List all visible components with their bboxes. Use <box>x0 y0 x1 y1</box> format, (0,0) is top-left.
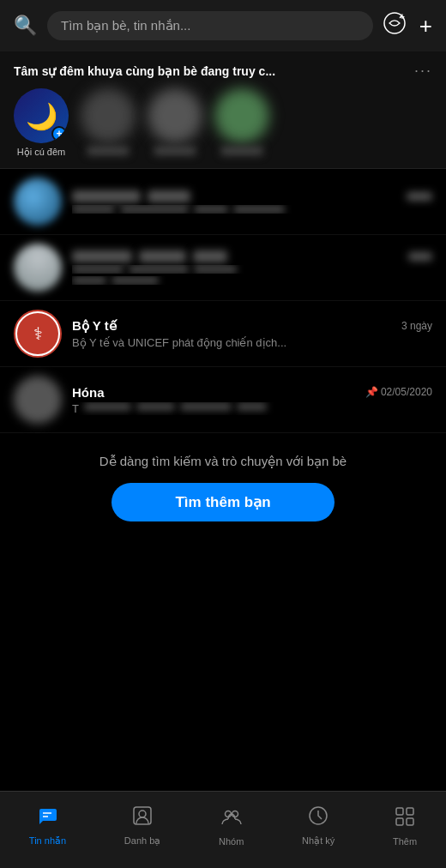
more-icon <box>394 805 416 833</box>
chat-avatar-hona <box>14 376 62 424</box>
chat-list: ⚕ Bộ Y tế 3 ngày Bộ Y tế và UNICEF phát … <box>0 169 446 433</box>
find-friends-text: Dễ dàng tìm kiếm và trò chuyện với bạn b… <box>99 454 347 469</box>
time-blur-1 <box>407 192 432 201</box>
find-friends-button[interactable]: Tìm thêm bạn <box>112 483 334 521</box>
story-add-badge: + <box>51 126 67 142</box>
story-item-1[interactable] <box>81 88 136 155</box>
story-label-blurred-2 <box>154 147 196 155</box>
search-icon[interactable]: 🔍 <box>14 15 37 37</box>
preview-blur-1b <box>120 205 189 214</box>
stories-more-icon[interactable]: ··· <box>414 62 432 80</box>
preview-blur-2c <box>194 265 237 274</box>
name-blur-1 <box>72 190 141 202</box>
chat-avatar-2 <box>14 244 62 292</box>
name-blur-1b <box>148 190 190 202</box>
header: 🔍 Tìm bạn bè, tin nhắn... + + <box>0 0 446 51</box>
story-item-3[interactable] <box>214 88 269 155</box>
story-label-blurred-1 <box>87 147 130 155</box>
nav-label-more: Thêm <box>393 836 417 847</box>
black-fill <box>0 542 446 645</box>
preview-blur-1d <box>233 205 285 214</box>
chat-item-1[interactable] <box>0 169 446 235</box>
preview-blur-1a <box>72 205 115 214</box>
chat-top-2 <box>72 250 432 262</box>
name-blur-2c <box>193 250 227 262</box>
chat-avatar-1 <box>14 178 62 226</box>
new-message-icon[interactable]: + <box>383 12 406 39</box>
nav-label-diary: Nhật ký <box>302 835 334 847</box>
name-blur-2b <box>139 250 186 262</box>
chat-name-hona: Hóna <box>72 385 105 400</box>
chat-name-ministry: Bộ Y tế <box>72 318 117 334</box>
nav-item-more[interactable]: Thêm <box>383 800 427 852</box>
groups-icon <box>220 805 243 833</box>
chat-info-ministry: Bộ Y tế 3 ngày Bộ Y tế và UNICEF phát độ… <box>72 318 432 349</box>
hona-preview-blur-3 <box>180 402 232 411</box>
nav-item-messages[interactable]: Tin nhắn <box>19 799 76 852</box>
preview-blur-2d <box>72 276 106 285</box>
nav-label-messages: Tin nhắn <box>29 835 66 847</box>
contacts-icon <box>131 805 154 832</box>
stories-list: 🌙 + Hội cú đêm <box>14 88 432 158</box>
hona-preview-blur-1 <box>84 402 131 411</box>
svg-rect-11 <box>407 808 413 815</box>
chat-name-blurred-2 <box>72 250 227 262</box>
story-avatar-blurred-2 <box>148 88 202 143</box>
chat-name-blurred-1 <box>72 190 190 202</box>
chat-item-hona[interactable]: Hóna 📌 02/05/2020 T <box>0 367 446 433</box>
search-input[interactable]: Tìm bạn bè, tin nhắn... <box>47 11 373 40</box>
preview-blur-1c <box>194 205 228 214</box>
header-actions: + + <box>383 12 432 39</box>
chat-info-hona: Hóna 📌 02/05/2020 T <box>72 385 432 415</box>
find-friends-section: Dễ dàng tìm kiếm và trò chuyện với bạn b… <box>0 433 446 542</box>
preview-blur-2b <box>129 265 189 274</box>
name-blur-2 <box>72 250 132 262</box>
nav-label-groups: Nhóm <box>219 836 244 847</box>
chat-item-2[interactable] <box>0 235 446 301</box>
story-avatar-blurred-1 <box>81 88 136 143</box>
preview-blur-2e <box>112 276 159 285</box>
chat-time-ministry: 3 ngày <box>401 320 432 332</box>
stories-title: Tâm sự đêm khuya cùng bạn bè đang truy c… <box>14 64 275 78</box>
ministry-emblem: ⚕ <box>17 313 58 354</box>
chat-preview-1 <box>72 205 432 214</box>
chat-preview-ministry: Bộ Y tế và UNICEF phát động chiến dịch..… <box>72 336 432 349</box>
svg-rect-12 <box>396 818 403 825</box>
hona-preview-blur-2 <box>136 402 175 411</box>
stories-label: Tâm sự đêm khuya cùng bạn bè đang truy c… <box>14 62 432 80</box>
moon-icon: 🌙 <box>26 101 57 131</box>
chat-top-hona: Hóna 📌 02/05/2020 <box>72 385 432 400</box>
chat-avatar-ministry: ⚕ <box>14 310 62 358</box>
chat-preview-2b <box>72 276 432 285</box>
svg-text:+: + <box>400 12 405 21</box>
bottom-nav: Tin nhắn Danh bạ Nhóm <box>0 791 446 868</box>
chat-preview-2 <box>72 265 432 274</box>
chat-top-ministry: Bộ Y tế 3 ngày <box>72 318 432 334</box>
story-item-main[interactable]: 🌙 + Hội cú đêm <box>14 88 69 158</box>
story-avatar-main: 🌙 + <box>14 88 69 143</box>
nav-item-diary[interactable]: Nhật ký <box>292 799 345 852</box>
pin-icon: 📌 <box>365 386 378 398</box>
stories-section: Tâm sự đêm khuya cùng bạn bè đang truy c… <box>0 51 446 169</box>
chat-info-2 <box>72 250 432 285</box>
compose-icon[interactable]: + <box>419 13 432 39</box>
preview-blur-2a <box>72 265 124 274</box>
svg-rect-10 <box>396 808 403 815</box>
svg-point-6 <box>139 811 146 817</box>
nav-item-groups[interactable]: Nhóm <box>208 800 254 852</box>
messages-icon <box>36 805 58 832</box>
svg-rect-13 <box>407 818 413 825</box>
chat-info-1 <box>72 190 432 214</box>
nav-item-contacts[interactable]: Danh bạ <box>114 799 171 852</box>
hona-preview-blur-4 <box>237 402 267 411</box>
story-label-main: Hội cú đêm <box>17 147 66 158</box>
time-blur-2 <box>408 252 432 261</box>
nav-label-contacts: Danh bạ <box>124 835 160 847</box>
story-label-blurred-3 <box>220 147 263 155</box>
chat-top-1 <box>72 190 432 202</box>
chat-item-ministry[interactable]: ⚕ Bộ Y tế 3 ngày Bộ Y tế và UNICEF phát … <box>0 301 446 367</box>
story-avatar-blurred-3 <box>214 88 269 143</box>
diary-icon <box>307 805 329 832</box>
story-item-2[interactable] <box>148 88 202 155</box>
chat-preview-hona: T <box>72 402 432 415</box>
